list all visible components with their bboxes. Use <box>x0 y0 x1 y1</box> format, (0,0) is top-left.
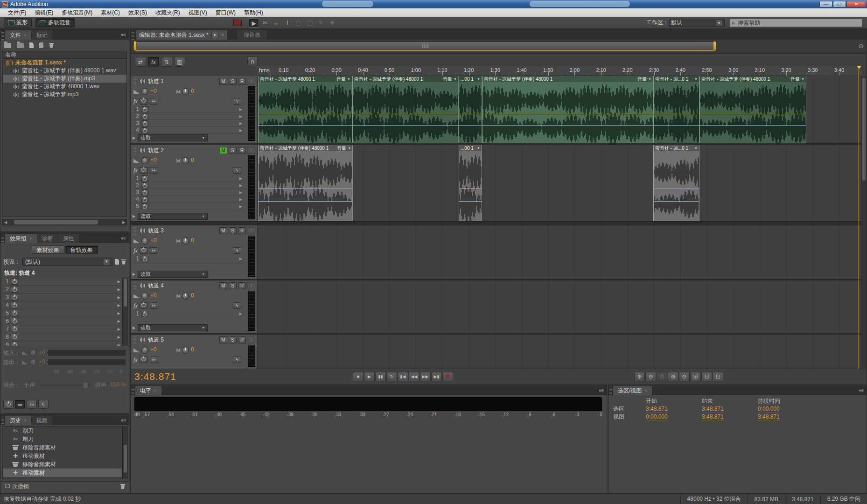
slot-arrow-icon[interactable]: ▶ <box>118 343 121 346</box>
record-arm-button[interactable]: R <box>238 147 246 154</box>
effect-slot[interactable]: 4▶ <box>133 127 243 134</box>
panel-grip[interactable] <box>1 418 4 425</box>
fx-power-button[interactable] <box>140 302 148 309</box>
slot-field[interactable] <box>20 302 116 308</box>
effect-slot[interactable]: 9▶ <box>2 341 121 346</box>
effect-slot[interactable]: 2▶ <box>133 182 243 189</box>
effect-slot[interactable]: 4▶ <box>2 301 121 309</box>
solo-button[interactable]: S <box>229 78 237 85</box>
maximize-button[interactable]: ▢ <box>833 1 846 7</box>
volume-envelope[interactable] <box>482 114 653 114</box>
fx-power-button[interactable] <box>140 98 148 105</box>
effect-slot[interactable]: 1▶ <box>133 310 243 317</box>
slot-arrow-icon[interactable]: ▶ <box>118 319 121 323</box>
record-arm-button[interactable]: R <box>238 282 246 289</box>
tab-effects-rack[interactable]: 效果组× <box>5 234 37 243</box>
pan-envelope[interactable] <box>459 201 482 202</box>
files-name-header[interactable]: 名称 <box>2 51 127 58</box>
time-value[interactable]: 3:48.871 <box>646 406 702 412</box>
slot-field[interactable] <box>20 287 116 293</box>
effect-slot[interactable]: 7▶ <box>2 325 121 333</box>
history-item[interactable]: ✚移动素材 <box>3 469 122 477</box>
volume-knob[interactable] <box>141 157 148 164</box>
fx-prepost-button[interactable]: ↦ <box>150 302 158 309</box>
pause-button[interactable]: ▮▮ <box>375 372 386 381</box>
help-search-box[interactable]: ⌕ <box>729 19 862 27</box>
automation-mode-select[interactable]: 读取▼ <box>138 213 208 220</box>
slot-power-button[interactable] <box>11 342 18 346</box>
slot-arrow-icon[interactable]: ▶ <box>239 190 243 195</box>
time-selection-tool[interactable]: I <box>282 18 293 28</box>
track-header[interactable]: 轨道 3MSRI+0|ʍ|0fx↦ϟ1▶▶读取▼ <box>131 225 257 280</box>
track-name[interactable]: 轨道 1 <box>148 77 164 85</box>
solo-button[interactable]: S <box>229 336 237 343</box>
slot-power-button[interactable] <box>141 256 148 261</box>
loop-button[interactable]: ↻ <box>386 372 397 381</box>
playhead[interactable] <box>859 66 859 369</box>
show-effects-button[interactable]: fx <box>148 57 159 67</box>
pan-value[interactable]: 0 <box>191 238 194 244</box>
scroll-right-arrow[interactable]: ▶ <box>121 220 126 224</box>
track-header[interactable]: 轨道 1MSRI+0|ʍ|0fx↦ϟ1▶2▶3▶4▶5▶▶读取▼ <box>131 76 257 143</box>
track-name[interactable]: 轨道 4 <box>148 282 164 290</box>
input-gain-knob[interactable] <box>30 350 37 357</box>
automation-button[interactable]: ϟ <box>233 247 241 254</box>
file-list-item[interactable]: 蛮音社 - 凉城予梦 (伴奏) 48000 1.wav <box>3 67 126 75</box>
nav-right-handle[interactable] <box>713 41 716 51</box>
automation-mode-select[interactable]: 读取▼ <box>138 271 208 278</box>
fx-power-button[interactable] <box>140 357 148 363</box>
slot-power-button[interactable] <box>11 318 18 324</box>
volume-value[interactable]: +0 <box>150 88 157 95</box>
input-monitor-button[interactable]: I <box>247 336 255 343</box>
slot-field[interactable] <box>20 310 116 316</box>
clip-volume-control[interactable]: ▼ <box>477 147 480 150</box>
track-header[interactable]: 轨道 2MSRI+0|ʍ|0fx↦ϟ1▶2▶3▶4▶5▶▶读取▼ <box>131 145 257 222</box>
search-input[interactable] <box>737 19 860 27</box>
panel-grip[interactable] <box>132 32 134 40</box>
next-button[interactable]: ▶▮ <box>431 372 442 381</box>
track-grip[interactable] <box>133 282 136 290</box>
track-grip[interactable] <box>133 227 136 235</box>
slot-arrow-icon[interactable]: ▶ <box>239 128 243 133</box>
fx-prepost-button[interactable]: ↦ <box>150 247 158 254</box>
effect-slot[interactable]: 2▶ <box>133 113 243 120</box>
clip-volume-control[interactable]: ▼ <box>477 77 480 81</box>
automation-button[interactable]: ϟ <box>233 98 241 105</box>
effect-slot[interactable]: 3▶ <box>2 294 121 301</box>
automation-button[interactable]: ϟ <box>233 302 241 309</box>
nav-left-handle[interactable] <box>133 41 137 51</box>
mute-button[interactable]: M <box>219 282 227 289</box>
scroll-left-arrow[interactable]: ◀ <box>3 220 8 224</box>
rewind-button[interactable]: ◀◀ <box>409 372 420 381</box>
menu-item[interactable]: 素材(C) <box>97 8 124 17</box>
slot-arrow-icon[interactable]: ▶ <box>239 114 243 119</box>
slot-arrow-icon[interactable]: ▶ <box>239 312 243 316</box>
zoom-out-vertical-button[interactable]: ⊖ <box>679 372 690 381</box>
slot-power-button[interactable] <box>141 182 148 188</box>
volume-envelope[interactable] <box>654 114 699 114</box>
audio-clip[interactable]: 蛮音社 - 凉城予梦 48000 1音量▼ <box>258 76 352 143</box>
slot-arrow-icon[interactable]: ▶ <box>118 303 121 308</box>
volume-value[interactable]: +0 <box>150 293 157 299</box>
clip-volume-control[interactable]: 音量▼ <box>336 76 350 83</box>
pan-envelope[interactable] <box>353 125 458 126</box>
zoom-full-button[interactable]: ⊡ <box>713 372 723 381</box>
effect-slot[interactable]: 3▶ <box>133 120 243 127</box>
timeline-ruler[interactable]: hms 0:100:200:300:400:501:001:101:201:30… <box>257 66 862 76</box>
input-monitor-button[interactable]: I <box>247 147 255 154</box>
slot-power-button[interactable] <box>11 286 18 293</box>
workspace-select[interactable]: 默认 ▼ <box>669 19 725 27</box>
close-button[interactable]: ✕ <box>846 1 866 7</box>
crossfade-button[interactable]: ⇅ <box>161 57 172 67</box>
volume-knob[interactable] <box>141 293 148 300</box>
zoom-sel-right-button[interactable]: ⊟ <box>701 372 712 381</box>
track-lane[interactable] <box>257 335 862 369</box>
input-monitor-button[interactable]: I <box>247 282 255 289</box>
close-icon[interactable]: × <box>221 32 224 38</box>
effect-slot[interactable]: 5▶ <box>133 203 243 210</box>
volume-envelope[interactable] <box>459 188 482 189</box>
slot-power-button[interactable] <box>141 113 148 119</box>
rack-prepost-button[interactable]: ↦ <box>27 400 37 409</box>
slot-power-button[interactable] <box>141 106 148 112</box>
fx-prepost-button[interactable]: ↦ <box>150 167 158 174</box>
